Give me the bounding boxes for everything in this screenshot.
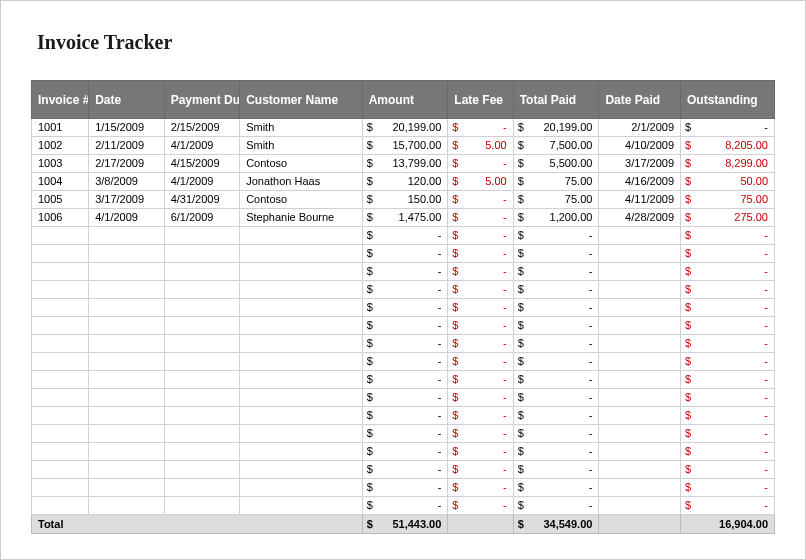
invoice-table: Invoice # Date Payment Due Customer Name…: [31, 80, 775, 534]
money-cell: $-: [362, 335, 448, 353]
cell-date: [89, 389, 165, 407]
money-cell: $-: [448, 119, 513, 137]
money-cell: $15,700.00: [362, 137, 448, 155]
money-cell: $-: [681, 497, 775, 515]
cell-invoice: [32, 497, 89, 515]
money-cell: $-: [448, 263, 513, 281]
money-cell: $120.00: [362, 173, 448, 191]
money-cell: $-: [513, 227, 599, 245]
total-amount: $ 51,443.00: [362, 515, 448, 534]
money-cell: $-: [448, 479, 513, 497]
cell-date: [89, 479, 165, 497]
th-out: Outstanding: [681, 81, 775, 119]
cell-due: [164, 317, 240, 335]
money-cell: $-: [681, 425, 775, 443]
cell-datepaid: 4/11/2009: [599, 191, 681, 209]
table-row: 10022/11/20094/1/2009Smith$15,700.00$5.0…: [32, 137, 775, 155]
cell-due: [164, 407, 240, 425]
cell-due: 4/1/2009: [164, 173, 240, 191]
total-label: Total: [32, 515, 363, 534]
cell-date: [89, 335, 165, 353]
money-cell: $-: [681, 335, 775, 353]
cell-datepaid: 2/1/2009: [599, 119, 681, 137]
cell-customer: [240, 317, 362, 335]
cell-date: 1/15/2009: [89, 119, 165, 137]
money-cell: $-: [362, 461, 448, 479]
money-cell: $-: [681, 299, 775, 317]
money-cell: $-: [681, 371, 775, 389]
money-cell: $-: [448, 497, 513, 515]
money-cell: $-: [362, 443, 448, 461]
cell-invoice: 1006: [32, 209, 89, 227]
cell-date: [89, 353, 165, 371]
table-row: $-$-$-$-: [32, 461, 775, 479]
th-invoice: Invoice #: [32, 81, 89, 119]
money-cell: $-: [448, 389, 513, 407]
money-cell: $-: [513, 353, 599, 371]
money-cell: $75.00: [513, 191, 599, 209]
cell-invoice: [32, 245, 89, 263]
money-cell: $7,500.00: [513, 137, 599, 155]
cell-date: [89, 425, 165, 443]
cell-datepaid: [599, 317, 681, 335]
th-due: Payment Due: [164, 81, 240, 119]
money-cell: $-: [362, 407, 448, 425]
cell-customer: [240, 263, 362, 281]
money-cell: $-: [681, 389, 775, 407]
table-row: 10032/17/20094/15/2009Contoso$13,799.00$…: [32, 155, 775, 173]
money-cell: $-: [362, 263, 448, 281]
cell-customer: [240, 299, 362, 317]
table-row: $-$-$-$-: [32, 353, 775, 371]
cell-datepaid: [599, 425, 681, 443]
cell-invoice: 1004: [32, 173, 89, 191]
money-cell: $275.00: [681, 209, 775, 227]
cell-datepaid: [599, 479, 681, 497]
cell-date: [89, 371, 165, 389]
cell-due: [164, 281, 240, 299]
money-cell: $-: [448, 425, 513, 443]
cell-datepaid: 4/16/2009: [599, 173, 681, 191]
money-cell: $-: [681, 443, 775, 461]
cell-datepaid: [599, 335, 681, 353]
cell-customer: [240, 245, 362, 263]
cell-datepaid: 3/17/2009: [599, 155, 681, 173]
money-cell: $-: [448, 407, 513, 425]
total-paid: $ 34,549.00: [513, 515, 599, 534]
money-cell: $-: [513, 425, 599, 443]
table-row: 10053/17/20094/31/2009Contoso$150.00$-$7…: [32, 191, 775, 209]
cell-datepaid: [599, 371, 681, 389]
table-header: Invoice # Date Payment Due Customer Name…: [32, 81, 775, 119]
money-cell: $-: [681, 317, 775, 335]
money-cell: $20,199.00: [362, 119, 448, 137]
money-cell: $-: [513, 461, 599, 479]
cell-customer: Stephanie Bourne: [240, 209, 362, 227]
cell-invoice: 1002: [32, 137, 89, 155]
table-row: $-$-$-$-: [32, 371, 775, 389]
money-cell: $-: [681, 263, 775, 281]
cell-date: [89, 263, 165, 281]
money-cell: $-: [681, 461, 775, 479]
table-row: $-$-$-$-: [32, 497, 775, 515]
cell-customer: Contoso: [240, 155, 362, 173]
cell-invoice: [32, 461, 89, 479]
cell-customer: Smith: [240, 137, 362, 155]
cell-due: [164, 425, 240, 443]
money-cell: $-: [513, 497, 599, 515]
cell-due: [164, 227, 240, 245]
money-cell: $-: [513, 371, 599, 389]
cell-date: [89, 281, 165, 299]
money-cell: $-: [513, 299, 599, 317]
cell-invoice: [32, 299, 89, 317]
th-latefee: Late Fee: [448, 81, 513, 119]
money-cell: $-: [448, 155, 513, 173]
total-latefee: [448, 515, 513, 534]
table-row: 10043/8/20094/1/2009Jonathon Haas$120.00…: [32, 173, 775, 191]
cell-date: 2/17/2009: [89, 155, 165, 173]
money-cell: $-: [681, 227, 775, 245]
th-datepaid: Date Paid: [599, 81, 681, 119]
cell-due: [164, 335, 240, 353]
money-cell: $20,199.00: [513, 119, 599, 137]
money-cell: $-: [362, 245, 448, 263]
money-cell: $1,200.00: [513, 209, 599, 227]
cell-customer: [240, 335, 362, 353]
